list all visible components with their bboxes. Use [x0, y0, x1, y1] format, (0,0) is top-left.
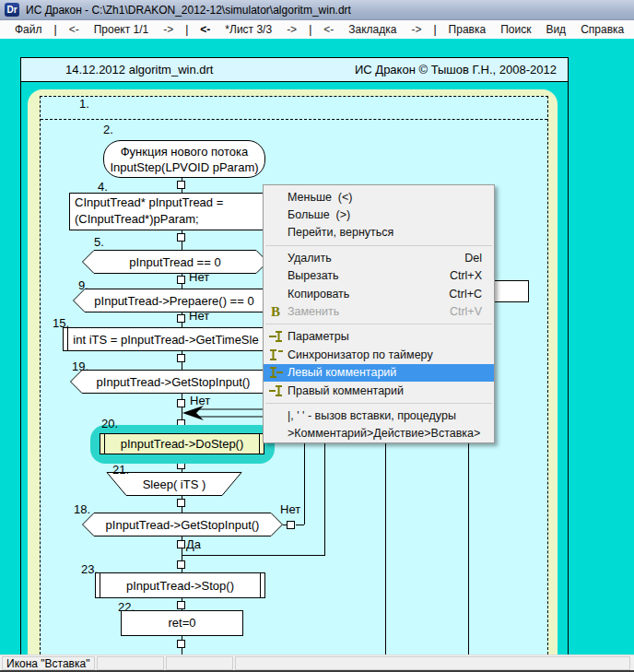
- menu-item-delete[interactable]: Удалить Del: [264, 249, 494, 266]
- flow-line-loop: [304, 443, 305, 525]
- action-line1: CInputTread* pInputTread =: [75, 195, 264, 211]
- connector-square[interactable]: [177, 560, 185, 569]
- start-node-line2: InputStep(LPVOID pParam): [104, 159, 264, 175]
- menu-bar: Файл | <- Проект 1/1 -> | <- *Лист 3/3 -…: [0, 20, 634, 39]
- menu-help[interactable]: Справка: [573, 23, 631, 36]
- left-comment-icon: [264, 366, 288, 379]
- selected-insert-node[interactable]: pInputTread->DoStep(): [100, 433, 264, 454]
- project-next-button[interactable]: ->: [156, 23, 181, 36]
- node-num: 20.: [101, 417, 118, 430]
- menu-view[interactable]: Вид: [538, 23, 573, 36]
- menu-edit[interactable]: Правка: [441, 23, 494, 36]
- menu-divider: |: [429, 23, 440, 36]
- branch-label-yes: Да: [186, 537, 201, 551]
- menu-item-smaller[interactable]: Меньше (<): [264, 188, 494, 206]
- menu-item-goto-return[interactable]: Перейти, вернуться: [264, 224, 494, 242]
- connector-square[interactable]: [287, 521, 295, 529]
- menu-file[interactable]: Файл: [7, 23, 50, 36]
- timer-sync-icon: [264, 348, 288, 361]
- start-node-line1: Функция нового потока: [104, 144, 264, 159]
- decision-text: pInputTread == 0: [81, 250, 269, 274]
- action-node[interactable]: CInputTread* pInputTread = (CInputTread*…: [69, 193, 264, 230]
- menu-project[interactable]: Проект 1/1: [87, 23, 157, 36]
- status-message: Икона "Вставка": [2, 656, 95, 670]
- call-node[interactable]: int iTS = pInputTread->GetTimeSle: [63, 327, 269, 351]
- right-comment-icon: [264, 384, 288, 397]
- node-num: 18.: [74, 502, 90, 516]
- action-line2: (CInputTread*)pParam;: [75, 211, 264, 228]
- replace-icon: В: [264, 304, 288, 320]
- call-node[interactable]: pInputTread->Stop(): [95, 572, 265, 598]
- menu-bookmark[interactable]: Закладка: [341, 23, 404, 36]
- flow-line-column: [385, 443, 386, 654]
- menu-item-copy[interactable]: Копировать Ctrl+C: [264, 285, 494, 302]
- branch-label-no: Нет: [190, 394, 210, 407]
- action-text: ret=0: [169, 615, 196, 631]
- sheet-header: 14.12.2012 algoritm_win.drt ИС Дракон © …: [20, 57, 569, 82]
- menu-item-left-comment[interactable]: Левый комментарий: [264, 364, 494, 382]
- menu-item-right-comment[interactable]: Правый комментарий: [264, 382, 494, 399]
- connector-square[interactable]: [177, 640, 185, 648]
- menu-divider: |: [304, 23, 316, 36]
- menu-item-timer-sync[interactable]: Синхронизатор по таймеру: [264, 346, 494, 363]
- branch-label-no: Нет: [280, 502, 300, 516]
- node-num: 19.: [72, 360, 88, 373]
- window-title: ИС Дракон - C:\Zh1\DRAKON_2012-12\simula…: [26, 4, 351, 17]
- bookmark-prev-button[interactable]: <-: [316, 23, 341, 36]
- branch-label-1: 1.: [79, 97, 89, 111]
- decision-node[interactable]: pInputTread->GetStopInput(): [81, 513, 284, 536]
- status-panel: [166, 656, 233, 670]
- node-num: 23.: [81, 562, 98, 576]
- parameters-icon: [264, 330, 288, 343]
- connector-square[interactable]: [177, 354, 185, 362]
- sheet-prev-button[interactable]: <-: [193, 23, 217, 36]
- menu-separator: [264, 321, 494, 328]
- decision-text: pInputTread->GetStopInput(): [69, 370, 277, 394]
- menu-item-replace[interactable]: В Заменить Ctrl+V: [264, 302, 494, 320]
- connector-square[interactable]: [177, 181, 185, 189]
- menu-item-insert-call-hint[interactable]: |, ' ' - вызов вставки, процедуры: [264, 407, 494, 424]
- connector-square[interactable]: [177, 601, 185, 609]
- sheet-next-button[interactable]: ->: [279, 23, 304, 36]
- context-menu: Меньше (<) Больше (>) Перейти, вернуться…: [263, 184, 495, 443]
- node-num: 22.: [118, 600, 135, 614]
- app-window: Dr ИС Дракон - C:\Zh1\DRAKON_2012-12\sim…: [0, 0, 634, 672]
- menu-separator: [264, 399, 494, 407]
- shortcut-copy: Ctrl+C: [449, 288, 494, 301]
- node-num: 5.: [94, 235, 104, 249]
- menu-item-bigger[interactable]: Больше (>): [264, 206, 494, 223]
- call-text: int iTS = pInputTread->GetTimeSle: [64, 328, 268, 350]
- menu-item-parameters[interactable]: Параметры: [264, 328, 494, 346]
- sheet-copyright: ИС Дракон © Тышов Г.Н., 2008-2012: [355, 63, 557, 77]
- branch-divider-line: [41, 119, 547, 120]
- decision-node[interactable]: pInputTread->Prepaere() == 0: [72, 289, 276, 312]
- connector-square[interactable]: [177, 276, 185, 284]
- insert-text: pInputTread->DoStep(): [100, 434, 264, 454]
- sheet-date-filename: 14.12.2012 algoritm_win.drt: [65, 63, 213, 77]
- shortcut-cut: Ctrl+X: [450, 269, 494, 282]
- menu-search[interactable]: Поиск: [493, 23, 538, 36]
- node-num: 21.: [112, 463, 129, 477]
- menu-item-comment-action-insert[interactable]: >Комментарий>Действие>Вставка>: [264, 425, 494, 442]
- node-num: 2.: [103, 123, 113, 136]
- branch-label-no: Нет: [189, 270, 209, 284]
- menu-item-cut[interactable]: Вырезать Ctrl+X: [264, 267, 494, 285]
- app-icon: Dr: [5, 3, 19, 17]
- connector-square[interactable]: [177, 314, 185, 323]
- shortcut-del: Del: [464, 252, 494, 265]
- start-node[interactable]: Функция нового потока InputStep(LPVOID p…: [103, 140, 265, 178]
- connector-square[interactable]: [177, 499, 185, 507]
- connector-square[interactable]: [177, 233, 185, 242]
- status-panel: [97, 656, 164, 670]
- flow-line: [324, 443, 325, 555]
- decision-node[interactable]: pInputTread == 0: [81, 250, 269, 274]
- action-node[interactable]: ret=0: [121, 610, 243, 636]
- status-panel: [235, 656, 630, 670]
- decision-node[interactable]: pInputTread->GetStopInput(): [69, 370, 277, 394]
- menu-sheet[interactable]: *Лист 3/3: [217, 23, 279, 36]
- connector-square[interactable]: [177, 540, 185, 548]
- project-prev-button[interactable]: <-: [62, 23, 87, 36]
- bookmark-next-button[interactable]: ->: [404, 23, 429, 36]
- flow-line: [296, 525, 304, 525]
- node-num: 4.: [98, 180, 108, 194]
